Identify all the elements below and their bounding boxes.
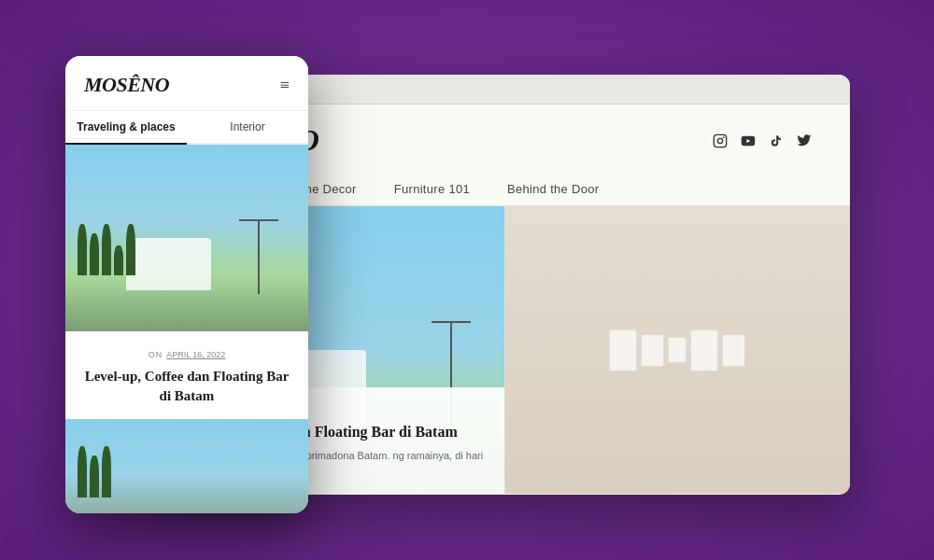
mobile-card[interactable]: ON APRIL 16, 2022 Level-up, Coffee dan F… xyxy=(65,145,308,419)
kitchen-card-image xyxy=(505,206,851,494)
container-5 xyxy=(722,334,745,367)
mobile-more-trees xyxy=(78,447,296,497)
scene: MOSÊNO xyxy=(65,37,869,523)
nav-item-furniture[interactable]: Furniture 101 xyxy=(375,173,488,205)
container-2 xyxy=(641,334,664,367)
mobile-more-image xyxy=(65,419,308,513)
mobile-nav-traveling[interactable]: Traveling & places xyxy=(65,111,187,145)
youtube-icon[interactable] xyxy=(740,133,757,149)
svg-point-2 xyxy=(723,137,724,138)
mobile-card-date-row: ON APRIL 16, 2022 xyxy=(80,344,293,361)
container-3 xyxy=(668,337,686,363)
hamburger-icon[interactable]: ≡ xyxy=(280,76,290,95)
mobile-tree-2 xyxy=(90,233,99,275)
mobile-sky-image xyxy=(65,145,308,331)
mobile-nav: Traveling & places Interior xyxy=(65,111,308,145)
mobile-tree-1 xyxy=(78,224,87,275)
mobile-header: MOSÊNO ≡ xyxy=(65,56,308,111)
mobile-card-body: ON APRIL 16, 2022 Level-up, Coffee dan F… xyxy=(65,331,308,419)
tiktok-icon[interactable] xyxy=(768,133,785,149)
mobile-card-title[interactable]: Level-up, Coffee dan Floating Bar di Bat… xyxy=(80,367,293,406)
nav-item-behind-door[interactable]: Behind the Door xyxy=(488,173,617,205)
mobile-date-prefix: ON xyxy=(149,350,163,359)
mobile-card-image xyxy=(65,145,308,331)
mobile-tree-group xyxy=(78,191,296,275)
mobile-date[interactable]: APRIL 16, 2022 xyxy=(166,350,225,359)
instagram-icon[interactable] xyxy=(712,133,729,149)
mobile-browser: MOSÊNO ≡ Traveling & places Interior xyxy=(65,56,308,513)
container-4 xyxy=(690,329,718,371)
svg-rect-0 xyxy=(714,134,726,147)
mobile-tree-3 xyxy=(102,224,111,275)
mobile-logo[interactable]: MOSÊNO xyxy=(84,73,169,97)
m2-tree-3 xyxy=(102,446,111,497)
mobile-tree-4 xyxy=(114,245,123,275)
desktop-kitchen-card[interactable] xyxy=(505,206,851,494)
mobile-tree-5 xyxy=(126,224,135,275)
m2-tree-2 xyxy=(90,455,99,497)
svg-point-1 xyxy=(717,138,722,143)
desktop-social-icons xyxy=(712,133,813,149)
m2-tree-1 xyxy=(78,446,87,497)
mobile-nav-interior[interactable]: Interior xyxy=(187,111,308,145)
twitter-icon[interactable] xyxy=(796,133,813,149)
mobile-more-card[interactable] xyxy=(65,419,308,513)
container-1 xyxy=(609,329,637,371)
